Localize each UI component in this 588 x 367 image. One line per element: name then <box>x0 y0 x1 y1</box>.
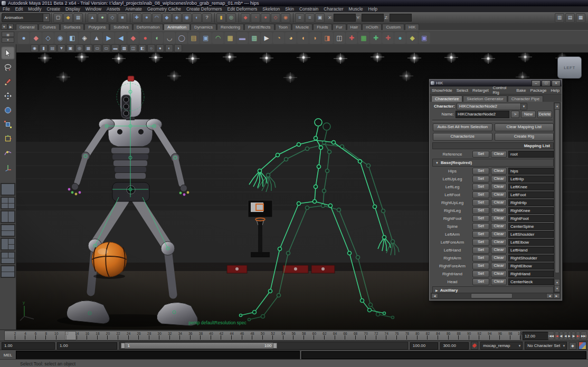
textured-icon[interactable]: ◐ <box>165 44 173 52</box>
menu-animate[interactable]: Animate <box>123 6 145 12</box>
field-chart-icon[interactable]: ▩ <box>120 44 128 52</box>
character-dropdown[interactable]: HIKCharacterNode2 ▼ <box>457 103 527 110</box>
section-base-required[interactable]: ▼ Base(Required) <box>432 159 554 167</box>
step-back-one-frame-button[interactable]: ◀| <box>559 331 564 340</box>
shelf-wire-tool-icon[interactable]: ◆ <box>406 32 418 44</box>
shelf-tab-subdivs[interactable]: Subdivs <box>110 24 132 30</box>
shelf-menu-icon[interactable]: ▶ <box>8 24 14 30</box>
shelf-tab-custom[interactable]: Custom <box>382 24 404 30</box>
shelf-tab-muscle[interactable]: Muscle <box>292 24 312 30</box>
menu-geometry-cache[interactable]: Geometry Cache <box>145 6 184 12</box>
snap-to-curve-icon[interactable]: ◔ <box>251 13 260 23</box>
character-set-dropdown[interactable]: mocap_remap ▼ <box>480 342 523 350</box>
shelf-tab-deformation[interactable]: Deformation <box>133 24 164 30</box>
new-scene-icon[interactable]: ▢ <box>53 13 63 23</box>
universal-manipulator-tool[interactable] <box>1 132 15 145</box>
clear-button[interactable]: Clear <box>491 263 507 269</box>
four-pane-layout[interactable] <box>1 197 15 209</box>
mapping-value-field[interactable]: root <box>508 151 554 158</box>
rotate-tool[interactable] <box>1 103 15 117</box>
camera-attributes-icon[interactable]: ▤ <box>49 44 56 52</box>
highlight-selection-icon[interactable]: ◎ <box>226 13 236 23</box>
clear-button[interactable]: Clear <box>491 191 507 198</box>
shelf-create-clip-icon[interactable]: ▤ <box>188 32 200 44</box>
shelf-smooth-skin-icon[interactable]: ◕ <box>285 32 297 44</box>
bookmarks-icon[interactable]: ▼ <box>58 44 65 52</box>
shelf-insert-joint-icon[interactable]: ◉ <box>54 32 66 44</box>
shelf-reroot-skeleton-icon[interactable]: ◆ <box>127 32 139 44</box>
mapping-value-field[interactable]: RightKnee <box>508 207 554 214</box>
mask-rendering-icon[interactable]: ◐ <box>192 13 202 23</box>
clear-button[interactable]: Clear <box>491 207 507 214</box>
shelf-trax-editor-icon[interactable]: ▬ <box>236 32 248 44</box>
new-character-button[interactable]: New <box>521 111 536 118</box>
menu-display[interactable]: Display <box>63 6 83 12</box>
lights-icon[interactable]: ◑ <box>174 44 182 52</box>
shelf-orient-joint-icon[interactable]: ◈ <box>79 32 90 44</box>
set-button[interactable]: Set <box>472 278 489 285</box>
hik-menu-bake[interactable]: Bake <box>514 88 528 93</box>
clear-button[interactable]: Clear <box>491 168 507 175</box>
menu-edit-deformers[interactable]: Edit Deformers <box>225 6 260 12</box>
snap-to-plane-icon[interactable]: ◇ <box>271 13 280 23</box>
menu-character[interactable]: Character <box>321 6 346 12</box>
mapping-value-field[interactable]: LeftHip <box>508 176 554 182</box>
scrollbar-thumb[interactable] <box>555 109 559 273</box>
step-forward-one-frame-button[interactable]: |▶ <box>572 331 576 340</box>
mapping-value-field[interactable]: RightFoot <box>508 215 554 222</box>
step-back-one-key-button[interactable]: |◀ <box>555 331 559 340</box>
shelf-tab-menu-icon[interactable]: ▼ <box>1 24 7 30</box>
shelf-character-icon[interactable]: ▶ <box>103 32 115 44</box>
shelf-tab-curves[interactable]: Curves <box>39 24 59 30</box>
mapping-value-field[interactable]: RightElbow <box>508 263 554 269</box>
menu-create-deformers[interactable]: Create Deformers <box>184 6 225 12</box>
safe-action-icon[interactable]: ◫ <box>129 44 137 52</box>
tool-settings-toggle-icon[interactable]: ▤ <box>565 13 575 23</box>
timeline-ruler[interactable]: 2468101214161820222426283032343638404244… <box>4 331 521 341</box>
y-coordinate-field[interactable] <box>362 14 384 22</box>
input-operations-icon[interactable]: ≡ <box>295 13 305 23</box>
shelf-paint-skin-weights-icon[interactable]: ◔ <box>273 32 284 44</box>
hik-tab-skeleton-generator[interactable]: Skeleton Generator <box>463 95 507 102</box>
save-scene-icon[interactable]: ▦ <box>73 13 83 23</box>
clear-button[interactable]: Clear <box>491 278 507 285</box>
z-coordinate-field[interactable] <box>390 14 412 22</box>
shelf-hud-toggle-icon[interactable]: ▩ <box>249 32 260 44</box>
shelf-joint-tool-icon[interactable]: ● <box>18 32 30 44</box>
left-view-button[interactable]: LEFT <box>557 56 582 79</box>
shelf-tab-fluids[interactable]: Fluids <box>313 24 331 30</box>
menu-constrain[interactable]: Constrain <box>297 6 321 12</box>
mapping-value-field[interactable]: LeftShoulder <box>508 231 554 238</box>
shelf-tab-animation[interactable]: Animation <box>164 24 190 30</box>
set-button[interactable]: Set <box>472 176 489 182</box>
minimize-icon[interactable]: – <box>532 80 540 86</box>
hik-menu-select[interactable]: Select <box>454 88 470 93</box>
range-start-handle[interactable] <box>121 343 125 349</box>
shelf-flexor-icon[interactable]: ✚ <box>370 32 382 44</box>
hik-menu-help[interactable]: Help <box>549 88 562 93</box>
mapping-value-field[interactable]: LeftFoot <box>508 191 554 198</box>
mapping-value-field[interactable]: LeftElbow <box>508 239 554 246</box>
scroll-down-icon[interactable]: ▼ <box>554 285 560 292</box>
lock-camera-icon[interactable]: ▮ <box>40 44 48 52</box>
shelf-set-breakdown-icon[interactable]: ◐ <box>151 32 163 44</box>
clear-button[interactable]: Clear <box>491 239 507 246</box>
shelf-options-icon[interactable]: ▼ <box>2 37 14 43</box>
shelf-dope-sheet-icon[interactable]: ▦ <box>224 32 236 44</box>
mapping-value-field[interactable]: RightShoulder <box>508 255 554 262</box>
mel-label[interactable]: MEL <box>0 353 16 358</box>
clear-button[interactable]: Clear <box>491 183 507 190</box>
select-component-icon[interactable]: ◇ <box>108 13 117 23</box>
mask-dynamics-icon[interactable]: ◉ <box>182 13 192 23</box>
create-rig-button[interactable]: Create Rig <box>495 133 554 141</box>
mask-deformations-icon[interactable]: ◈ <box>172 13 182 23</box>
current-time-field[interactable] <box>523 332 549 340</box>
channel-box-toggle-icon[interactable]: ▦ <box>576 13 585 23</box>
character-name-field[interactable] <box>456 111 509 118</box>
set-button[interactable]: Set <box>472 255 489 262</box>
wireframe-icon[interactable]: ○ <box>147 44 155 52</box>
menu-set-selector[interactable]: Animation ▼ <box>2 13 50 22</box>
shelf-mirror-skin-weights-icon[interactable]: ◨ <box>321 32 333 44</box>
hik-menu-show-hide[interactable]: Show/Hide <box>430 88 454 93</box>
construction-history-icon[interactable]: ▣ <box>315 13 325 23</box>
